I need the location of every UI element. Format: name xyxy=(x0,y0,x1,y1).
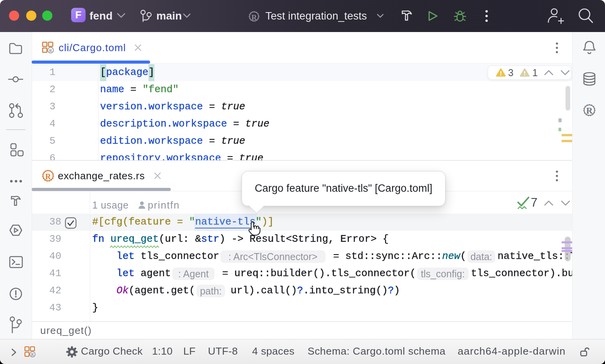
svg-text:R: R xyxy=(49,48,52,53)
svg-text:R: R xyxy=(31,352,34,357)
svg-text:R: R xyxy=(251,13,257,21)
svg-text:R: R xyxy=(45,172,51,181)
svg-text:R: R xyxy=(586,106,593,116)
